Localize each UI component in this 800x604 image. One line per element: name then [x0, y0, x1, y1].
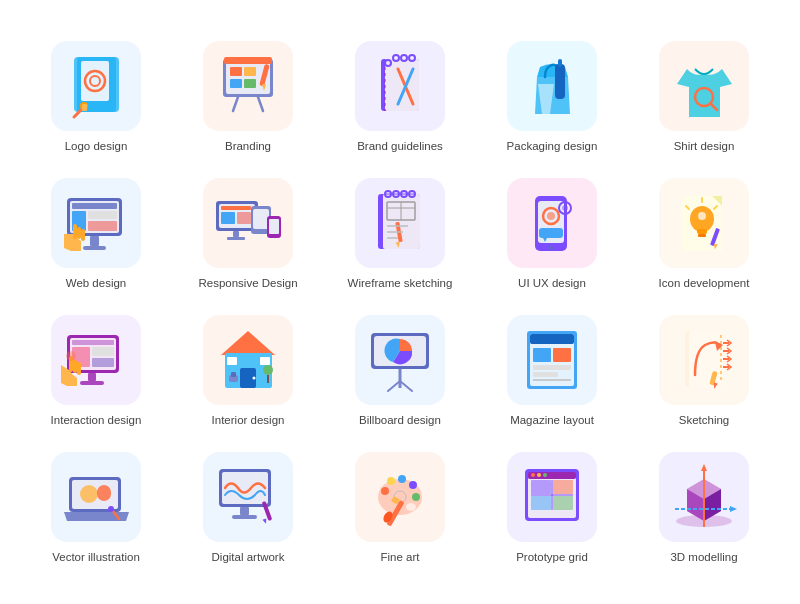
svg-rect-106 [231, 372, 236, 377]
svg-rect-121 [533, 372, 558, 377]
icon-label-vector-illustration: Vector illustration [52, 550, 140, 565]
icon-box-prototype-grid [507, 452, 597, 542]
svg-rect-29 [558, 59, 562, 67]
svg-point-84 [698, 212, 706, 220]
svg-rect-36 [72, 203, 117, 209]
icon-cell-icon-development[interactable]: Icon development [628, 170, 780, 297]
svg-marker-171 [701, 464, 707, 471]
svg-rect-91 [72, 340, 114, 345]
icon-label-shirt-design: Shirt design [674, 139, 735, 154]
svg-rect-163 [553, 480, 573, 494]
svg-rect-103 [227, 357, 237, 365]
svg-marker-99 [221, 331, 275, 355]
svg-point-160 [537, 473, 541, 477]
svg-rect-51 [221, 206, 251, 210]
svg-line-17 [233, 97, 238, 111]
icon-label-ui-ux-design: UI UX design [518, 276, 586, 291]
icon-box-ui-ux-design [507, 178, 597, 268]
icon-cell-3d-modelling[interactable]: 3D modelling [628, 444, 780, 571]
svg-rect-90 [80, 381, 104, 385]
svg-rect-50 [269, 219, 279, 234]
icon-label-brand-guidelines: Brand guidelines [357, 139, 443, 154]
icon-label-digital-artwork: Digital artwork [212, 550, 285, 565]
icon-cell-sketching[interactable]: Sketching [628, 307, 780, 434]
svg-rect-164 [531, 496, 551, 510]
svg-rect-45 [233, 231, 239, 237]
svg-rect-96 [73, 360, 77, 373]
svg-point-98 [66, 351, 76, 361]
icon-cell-shirt-design[interactable]: Shirt design [628, 33, 780, 160]
svg-rect-158 [528, 472, 576, 479]
icon-cell-web-design[interactable]: Web design [20, 170, 172, 297]
icon-label-web-design: Web design [66, 276, 127, 291]
icon-cell-prototype-grid[interactable]: Prototype grid [476, 444, 628, 571]
icon-cell-interaction-design[interactable]: Interaction design [20, 307, 172, 434]
icon-grid: Logo design Brandi [20, 33, 780, 571]
icon-box-branding [203, 41, 293, 131]
svg-rect-94 [92, 358, 114, 367]
icon-cell-packaging-design[interactable]: Packaging design [476, 33, 628, 160]
svg-rect-142 [232, 515, 257, 519]
icon-box-digital-artwork [203, 452, 293, 542]
svg-point-149 [387, 477, 395, 485]
svg-marker-144 [262, 519, 267, 525]
svg-rect-79 [697, 229, 707, 234]
svg-point-148 [381, 487, 389, 495]
svg-rect-89 [88, 373, 96, 381]
svg-point-161 [543, 473, 547, 477]
svg-rect-117 [530, 334, 574, 344]
svg-rect-34 [90, 236, 99, 246]
svg-rect-165 [553, 496, 573, 510]
svg-rect-162 [531, 480, 551, 494]
icon-cell-digital-artwork[interactable]: Digital artwork [172, 444, 324, 571]
icon-label-magazine-layout: Magazine layout [510, 413, 594, 428]
icon-cell-vector-illustration[interactable]: Vector illustration [20, 444, 172, 571]
icon-cell-billboard-design[interactable]: Billboard design [324, 307, 476, 434]
svg-rect-11 [230, 67, 242, 76]
icon-cell-fine-art[interactable]: Fine art [324, 444, 476, 571]
svg-point-25 [393, 55, 399, 61]
icon-label-interaction-design: Interaction design [51, 413, 142, 428]
svg-point-152 [412, 493, 420, 501]
icon-box-icon-development [659, 178, 749, 268]
icon-box-3d-modelling [659, 452, 749, 542]
svg-point-77 [549, 246, 553, 250]
svg-rect-119 [553, 348, 571, 362]
svg-rect-12 [244, 67, 256, 76]
svg-rect-42 [81, 229, 85, 241]
svg-line-114 [400, 381, 412, 391]
icon-box-vector-illustration [51, 452, 141, 542]
svg-line-18 [258, 97, 263, 111]
icon-cell-logo-design[interactable]: Logo design [20, 33, 172, 160]
icon-box-packaging-design [507, 41, 597, 131]
icon-box-web-design [51, 178, 141, 268]
svg-point-151 [409, 481, 417, 489]
icon-cell-interior-design[interactable]: Interior design [172, 307, 324, 434]
icon-box-interior-design [203, 315, 293, 405]
icon-box-magazine-layout [507, 315, 597, 405]
svg-rect-104 [260, 357, 270, 365]
icon-cell-ui-ux-design[interactable]: UI UX design [476, 170, 628, 297]
icon-cell-brand-guidelines[interactable]: Brand guidelines [324, 33, 476, 160]
svg-rect-10 [224, 57, 272, 64]
svg-rect-75 [539, 228, 563, 238]
icon-box-shirt-design [659, 41, 749, 131]
svg-rect-40 [73, 224, 77, 239]
svg-point-159 [531, 473, 535, 477]
icon-label-packaging-design: Packaging design [507, 139, 598, 154]
svg-point-147 [406, 503, 416, 511]
icon-box-responsive-design [203, 178, 293, 268]
svg-point-74 [562, 205, 568, 211]
icon-cell-wireframe-sketching[interactable]: Wireframe sketching [324, 170, 476, 297]
svg-rect-28 [555, 64, 565, 99]
svg-rect-13 [230, 79, 242, 88]
svg-point-26 [401, 55, 407, 61]
icon-cell-branding[interactable]: Branding [172, 33, 324, 160]
svg-rect-80 [698, 234, 706, 237]
icon-label-wireframe-sketching: Wireframe sketching [348, 276, 453, 291]
icon-cell-responsive-design[interactable]: Responsive Design [172, 170, 324, 297]
svg-rect-118 [533, 348, 551, 362]
icon-cell-magazine-layout[interactable]: Magazine layout [476, 307, 628, 434]
svg-line-113 [388, 381, 400, 391]
svg-rect-97 [77, 362, 81, 375]
